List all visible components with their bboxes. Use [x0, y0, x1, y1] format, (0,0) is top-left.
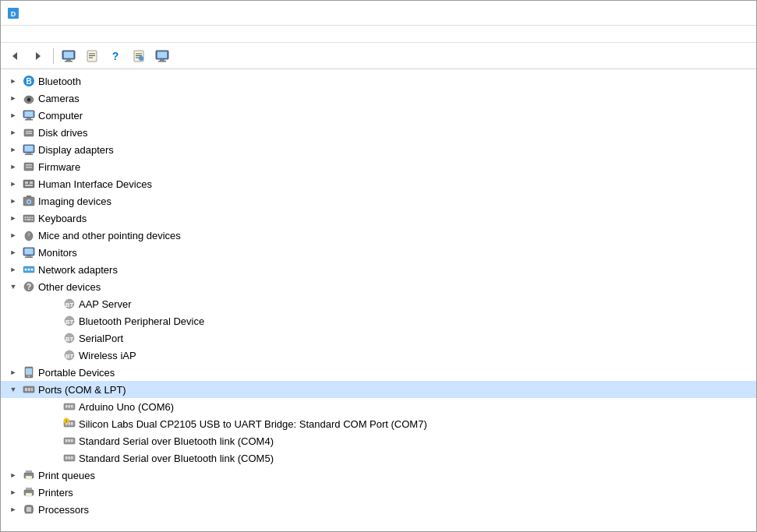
expander-bt-peripheral[interactable] [48, 315, 60, 327]
tree-item-bluetooth[interactable]: ►BBluetooth [1, 72, 756, 90]
expander-bluetooth[interactable]: ► [7, 75, 19, 87]
tree-item-bluetooth-com5[interactable]: Standard Serial over Bluetooth link (COM… [1, 449, 756, 467]
tree-item-monitors[interactable]: ►Monitors [1, 244, 756, 261]
expander-human-interface[interactable]: ► [7, 178, 19, 190]
icon-display-adapters [22, 143, 36, 157]
menu-file[interactable] [4, 33, 16, 36]
expander-arduino[interactable] [48, 400, 60, 413]
tree-item-other-devices[interactable]: ▼?Other devices [1, 278, 756, 295]
svg-rect-7 [65, 61, 73, 62]
tree-item-printers[interactable]: ►Printers [1, 484, 756, 501]
tree-item-imaging[interactable]: ►Imaging devices [1, 192, 756, 210]
expander-processors[interactable]: ► [7, 503, 19, 516]
label-processors: Processors [38, 504, 89, 516]
icon-firmware [22, 160, 36, 174]
expander-ports[interactable]: ▼ [7, 383, 19, 396]
svg-point-65 [25, 269, 27, 271]
toolbar-help[interactable]: ? [104, 46, 126, 66]
svg-rect-28 [25, 111, 34, 117]
tree-item-ports[interactable]: ▼Ports (COM & LPT) [1, 381, 756, 398]
icon-silicon-labs: ! [62, 417, 76, 431]
back-icon [9, 51, 20, 62]
menu-view[interactable] [29, 33, 41, 36]
toolbar: ? [1, 43, 756, 69]
expander-serial-port[interactable] [48, 332, 60, 344]
tree-item-mice[interactable]: ►Mice and other pointing devices [1, 227, 756, 244]
tree-item-network[interactable]: ►Network adapters [1, 261, 756, 278]
expander-mice[interactable]: ► [7, 229, 19, 241]
label-firmware: Firmware [38, 161, 80, 173]
tree-item-disk-drives[interactable]: ►Disk drives [1, 124, 756, 141]
expander-keyboards[interactable]: ► [7, 212, 19, 224]
device-tree[interactable]: ►BBluetooth►Cameras►Computer►Disk drives… [1, 69, 756, 531]
tree-item-arduino[interactable]: Arduino Uno (COM6) [1, 398, 756, 415]
svg-text:BT: BT [65, 319, 74, 326]
tree-item-bluetooth-com4[interactable]: Standard Serial over Bluetooth link (COM… [1, 432, 756, 449]
svg-point-26 [28, 99, 30, 101]
forward-icon [33, 51, 44, 62]
expander-disk-drives[interactable]: ► [7, 126, 19, 139]
expander-aap-server[interactable] [48, 298, 60, 310]
svg-rect-55 [27, 219, 31, 220]
toolbar-computer[interactable] [58, 46, 80, 66]
tree-item-keyboards[interactable]: ►Keyboards [1, 210, 756, 227]
toolbar-resources[interactable] [128, 46, 150, 66]
toolbar-forward[interactable] [27, 46, 49, 66]
label-arduino: Arduino Uno (COM6) [79, 401, 174, 413]
expander-monitors[interactable]: ► [7, 246, 19, 259]
label-cameras: Cameras [38, 93, 80, 104]
tree-item-display-adapters[interactable]: ►Display adapters [1, 141, 756, 158]
tree-item-silicon-labs[interactable]: !Silicon Labs Dual CP2105 USB to UART Br… [1, 415, 756, 432]
tree-item-aap-server[interactable]: BTAAP Server [1, 295, 756, 312]
svg-rect-92 [71, 422, 73, 425]
svg-rect-84 [31, 388, 33, 391]
expander-silicon-labs[interactable] [48, 417, 60, 430]
svg-rect-53 [32, 217, 34, 218]
svg-rect-32 [26, 131, 32, 132]
tree-item-human-interface[interactable]: ►Human Interface Devices [1, 175, 756, 192]
maximize-button[interactable] [678, 1, 714, 26]
tree-item-firmware[interactable]: ►Firmware [1, 158, 756, 175]
tree-item-print-queues[interactable]: ►Print queues [1, 467, 756, 484]
label-network: Network adapters [38, 264, 118, 276]
expander-firmware[interactable]: ► [7, 160, 19, 173]
svg-rect-107 [26, 488, 32, 490]
svg-text:BT: BT [65, 301, 74, 308]
minimize-button[interactable] [642, 1, 678, 26]
tree-item-portable[interactable]: ►Portable Devices [1, 364, 756, 381]
tree-item-serial-port[interactable]: BTSerialPort [1, 329, 756, 347]
tree-item-computer[interactable]: ►Computer [1, 107, 756, 124]
icon-keyboards [22, 211, 36, 225]
toolbar-properties[interactable] [81, 46, 103, 66]
svg-rect-61 [25, 248, 34, 255]
close-button[interactable] [714, 1, 750, 26]
label-human-interface: Human Interface Devices [38, 178, 152, 190]
expander-cameras[interactable]: ► [7, 92, 19, 104]
menu-help[interactable] [41, 33, 54, 36]
svg-rect-100 [65, 456, 68, 460]
expander-bluetooth-com5[interactable] [48, 452, 60, 464]
monitor-icon [155, 50, 169, 62]
tree-item-bt-peripheral[interactable]: BTBluetooth Peripheral Device [1, 312, 756, 329]
expander-wireless-iap[interactable] [48, 349, 60, 361]
expander-imaging[interactable]: ► [7, 195, 19, 207]
expander-computer[interactable]: ► [7, 109, 19, 122]
expander-other-devices[interactable]: ▼ [7, 280, 19, 293]
menu-bar [1, 26, 756, 43]
icon-printers [22, 485, 36, 499]
toolbar-back[interactable] [4, 46, 26, 66]
expander-printers[interactable]: ► [7, 486, 19, 499]
expander-display-adapters[interactable]: ► [7, 143, 19, 156]
tree-item-cameras[interactable]: ►Cameras [1, 90, 756, 107]
label-portable: Portable Devices [38, 367, 115, 379]
icon-mice [22, 228, 36, 242]
expander-network[interactable]: ► [7, 263, 19, 276]
tree-item-wireless-iap[interactable]: BTWireless iAP [1, 347, 756, 364]
expander-portable[interactable]: ► [7, 366, 19, 379]
expander-print-queues[interactable]: ► [7, 469, 19, 481]
properties-icon [86, 50, 98, 62]
toolbar-monitor[interactable] [151, 46, 173, 66]
expander-bluetooth-com4[interactable] [48, 435, 60, 447]
tree-item-processors[interactable]: ►Processors [1, 501, 756, 518]
menu-action[interactable] [16, 33, 29, 36]
